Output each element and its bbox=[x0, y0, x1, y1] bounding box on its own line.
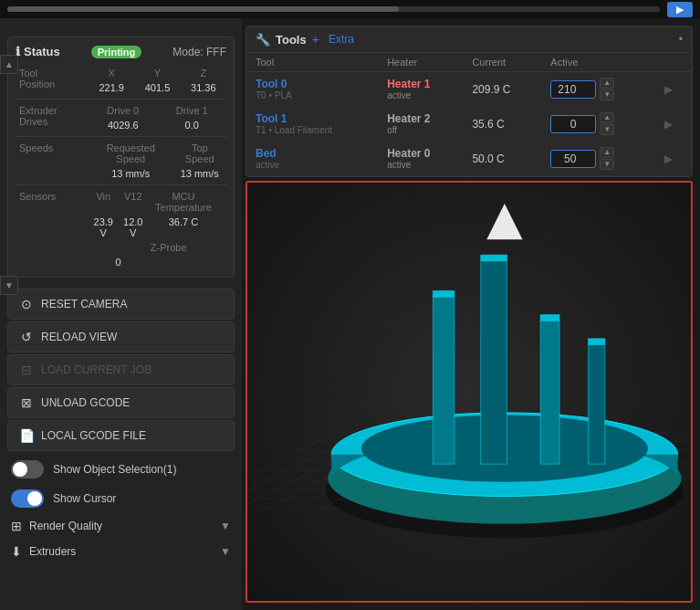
drive0-header: Drive 0 bbox=[89, 103, 158, 118]
tool-row-2: Bed active Heater 0 active 50.0 C bbox=[246, 142, 692, 176]
heater2-name[interactable]: Heater 0 bbox=[387, 147, 454, 160]
tools-title-icon: 🔧 bbox=[256, 33, 270, 47]
status-mode: Mode: FFF bbox=[172, 46, 226, 58]
play-button[interactable]: ▶ bbox=[667, 2, 693, 17]
reload-view-button[interactable]: ↺ RELOAD VIEW bbox=[7, 321, 235, 352]
col-heater: Heater bbox=[378, 53, 463, 72]
object-selection-toggle[interactable] bbox=[11, 460, 44, 479]
tools-panel: 🔧 Tools + Extra • Tool Heater Current Ac… bbox=[246, 26, 693, 177]
tool2-current: 50.0 C bbox=[463, 142, 541, 176]
zprobe-val: 0 bbox=[89, 255, 148, 269]
tool1-sub: T1 • Load Filament bbox=[256, 125, 369, 135]
tool1-arrows: ▲ ▼ bbox=[600, 112, 614, 135]
drive0-val: 4029.6 bbox=[89, 118, 158, 132]
tool1-active-input[interactable] bbox=[550, 115, 596, 133]
toggle-knob bbox=[13, 462, 27, 477]
drive1-val: 0.0 bbox=[158, 118, 227, 132]
cursor-toggle[interactable] bbox=[11, 489, 44, 508]
x-val: 221.9 bbox=[89, 80, 134, 95]
top-speed-val: 13 mm/s bbox=[173, 166, 226, 181]
req-speed-val: 13 mm/s bbox=[89, 166, 173, 181]
progress-bar bbox=[7, 6, 660, 12]
req-speed-header: Requested Speed bbox=[89, 141, 173, 166]
tool-row-0: Tool 0 T0 • PLA Heater 1 active 209.9 C bbox=[246, 72, 692, 107]
cursor-label: Show Cursor bbox=[53, 492, 116, 505]
extruders-row[interactable]: ⬇ Extruders ▼ bbox=[0, 539, 242, 564]
tools-header: 🔧 Tools + Extra • bbox=[246, 26, 692, 53]
vin-val: 23.9 V bbox=[89, 215, 118, 240]
tool0-name[interactable]: Tool 0 bbox=[256, 78, 369, 90]
render-quality-icon: ⊞ bbox=[11, 519, 22, 533]
local-gcode-button[interactable]: 📄 LOCAL GCODE FILE bbox=[7, 420, 235, 451]
sensors-label: Sensors bbox=[16, 189, 89, 255]
status-title: ℹ Status bbox=[16, 45, 60, 58]
main-layout: ▲ ℹ Status Printing Mode: FFF ToolPositi… bbox=[0, 18, 700, 610]
tool2-active-input[interactable] bbox=[550, 150, 596, 168]
object-selection-row: Show Object Selection(1) bbox=[0, 455, 242, 484]
toggle-knob-cursor bbox=[27, 491, 42, 506]
render-quality-row[interactable]: ⊞ Render Quality ▼ bbox=[0, 513, 242, 539]
render-quality-chevron: ▼ bbox=[220, 520, 231, 532]
sidebar-buttons: ⊙ RESET CAMERA ↺ RELOAD VIEW ⊟ LOAD CURR… bbox=[0, 285, 242, 455]
extruders-chevron: ▼ bbox=[220, 545, 231, 558]
tool2-sub: active bbox=[256, 160, 369, 170]
col-tool: Tool bbox=[246, 53, 378, 72]
speeds-label: Speeds bbox=[16, 141, 89, 181]
tool2-active-wrap: ▲ ▼ bbox=[550, 147, 646, 170]
tool2-up-arrow[interactable]: ▲ bbox=[600, 147, 614, 158]
tool1-extra: ▶ bbox=[655, 107, 692, 142]
unload-gcode-button[interactable]: ⊠ UNLOAD GCODE bbox=[7, 387, 235, 418]
tool0-up-arrow[interactable]: ▲ bbox=[600, 78, 614, 89]
collapse-arrow-mid[interactable]: ▼ bbox=[0, 276, 18, 295]
status-badge: Printing bbox=[91, 46, 142, 58]
status-header: ℹ Status Printing Mode: FFF bbox=[16, 45, 226, 58]
extruders-label: Extruders bbox=[29, 545, 76, 558]
tool0-extra: ▶ bbox=[655, 72, 692, 107]
sensors-table: Sensors Vin V12 MCU Temperature 23.9 V 1… bbox=[16, 189, 226, 269]
mcu-val: 36.7 C bbox=[148, 215, 219, 240]
v12-header: V12 bbox=[118, 189, 147, 215]
tool1-up-arrow[interactable]: ▲ bbox=[600, 112, 614, 123]
y-val: 401.5 bbox=[134, 80, 180, 95]
x-header: X bbox=[89, 66, 134, 80]
tools-table: Tool Heater Current Active Tool 0 T0 • P… bbox=[246, 53, 692, 176]
tool-position-table: ToolPosition X Y Z 221.9 401.5 31.36 bbox=[16, 66, 226, 95]
load-icon: ⊟ bbox=[19, 363, 34, 377]
sidebar: ▲ ℹ Status Printing Mode: FFF ToolPositi… bbox=[0, 18, 242, 610]
v12-val: 12.0 V bbox=[118, 215, 147, 240]
heater0-name[interactable]: Heater 1 bbox=[387, 78, 454, 90]
render-quality-label: Render Quality bbox=[29, 520, 102, 532]
tool2-extra: ▶ bbox=[655, 142, 692, 176]
tool2-name[interactable]: Bed bbox=[256, 147, 369, 160]
tool1-current: 35.6 C bbox=[463, 107, 541, 142]
tool0-down-arrow[interactable]: ▼ bbox=[600, 89, 614, 100]
tool-row-1: Tool 1 T1 • Load Filament Heater 2 off 3… bbox=[246, 107, 692, 142]
load-current-job-button[interactable]: ⊟ LOAD CURRENT JOB bbox=[7, 354, 235, 385]
tool2-down-arrow[interactable]: ▼ bbox=[600, 159, 614, 170]
tool1-down-arrow[interactable]: ▼ bbox=[600, 124, 614, 135]
zprobe-label: Z-Probe bbox=[118, 240, 218, 255]
tools-dots[interactable]: • bbox=[679, 33, 683, 46]
progress-fill bbox=[7, 6, 399, 12]
collapse-arrow-top[interactable]: ▲ bbox=[0, 55, 18, 74]
heater1-status: off bbox=[387, 125, 454, 135]
viewport[interactable] bbox=[246, 181, 693, 603]
tool0-active-wrap: ▲ ▼ bbox=[550, 78, 646, 100]
tools-extra[interactable]: Extra bbox=[329, 33, 354, 46]
status-panel: ℹ Status Printing Mode: FFF ToolPosition… bbox=[7, 37, 235, 278]
tool0-current: 209.9 C bbox=[463, 72, 541, 107]
file-icon: 📄 bbox=[19, 428, 34, 443]
heater1-name[interactable]: Heater 2 bbox=[387, 112, 454, 125]
tool1-active-wrap: ▲ ▼ bbox=[550, 112, 646, 135]
tool-position-label: ToolPosition bbox=[16, 66, 89, 95]
col-current: Current bbox=[463, 53, 541, 72]
extruders-left: ⬇ Extruders bbox=[11, 544, 76, 559]
heater2-status: active bbox=[387, 160, 454, 170]
top-speed-header: Top Speed bbox=[173, 141, 226, 166]
tool1-name[interactable]: Tool 1 bbox=[256, 112, 369, 125]
tool0-active-input[interactable] bbox=[550, 80, 596, 99]
reset-camera-button[interactable]: ⊙ RESET CAMERA bbox=[7, 289, 235, 320]
extruder-label: ExtruderDrives bbox=[16, 103, 89, 132]
viewport-canvas[interactable] bbox=[247, 183, 691, 601]
tools-plus[interactable]: + bbox=[312, 32, 319, 47]
